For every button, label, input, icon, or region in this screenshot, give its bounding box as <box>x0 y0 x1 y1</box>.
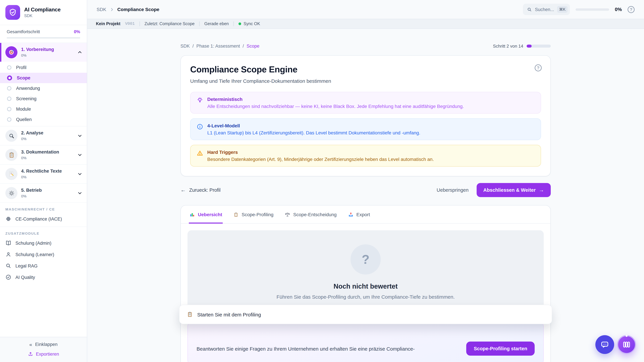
main-area: SDK Compliance Scope Suchen... ⌘K <box>87 0 644 362</box>
export-button[interactable]: Exportieren <box>28 351 59 357</box>
chevron-down-icon <box>78 133 82 138</box>
section-label: 5. Betrieb <box>21 188 42 193</box>
warning-icon <box>196 149 203 162</box>
collapse-icon: « <box>29 342 32 347</box>
radio-selected-icon <box>7 75 12 80</box>
sidebar-item-anwendung[interactable]: Anwendung <box>0 83 87 93</box>
search-icon <box>527 7 532 12</box>
section-label: 2. Analyse <box>21 131 44 136</box>
chevron-down-icon <box>78 191 82 195</box>
header-progress-value: 0% <box>615 7 622 12</box>
toast-text: Starten Sie mit dem Profiling <box>197 312 261 317</box>
chat-fab-button[interactable] <box>595 335 614 354</box>
sync-status: Sync OK <box>238 21 260 26</box>
sidebar-item-ai-quality[interactable]: AI Quality <box>0 272 87 283</box>
sidebar-item-scope[interactable]: Scope <box>0 73 87 83</box>
last-saved-label: Zuletzt: Compliance Scope <box>144 21 195 26</box>
status-bar: Kein Projekt V001 Zuletzt: Compliance Sc… <box>87 19 644 29</box>
complete-next-button[interactable]: Abschliessen & Weiter → <box>477 183 551 197</box>
arrow-right-icon: → <box>539 187 544 193</box>
profiling-toast[interactable]: Starten Sie mit dem Profiling <box>179 305 552 324</box>
radio-icon <box>7 65 12 70</box>
info-box-body: Besondere Datenkategorien (Art. 9), Mind… <box>207 157 434 162</box>
group-label-maschinenrecht: MASCHINENRECHT / CE <box>0 203 87 213</box>
crumb-sdk[interactable]: SDK <box>180 43 190 49</box>
bar-chart-icon <box>190 212 195 217</box>
scope-engine-card: Compliance Scope Engine ? Umfang und Tie… <box>180 55 551 176</box>
clipboard-icon <box>187 311 193 318</box>
sidebar-item-screening[interactable]: Screening <box>0 93 87 104</box>
section-label: 3. Dokumentation <box>21 150 59 155</box>
chat-bubble-icon <box>600 340 609 349</box>
sidebar-item-quellen[interactable]: Quellen <box>0 114 87 125</box>
step-progress: Schritt 2 von 14 <box>493 43 551 49</box>
sidebar-item-module[interactable]: Module <box>0 104 87 114</box>
info-box-title: Deterministisch <box>207 96 464 102</box>
section-label: 1. Vorbereitung <box>21 47 54 52</box>
empty-state-panel: ? Noch nicht bewertet Führen Sie das Sco… <box>188 230 544 315</box>
chevron-down-icon <box>78 172 82 176</box>
radio-icon <box>7 107 12 111</box>
breadcrumb-root[interactable]: SDK <box>96 7 106 12</box>
sidebar-section-rechtliche-texte[interactable]: 4. Rechtliche Texte 0% <box>0 165 87 184</box>
memo-icon <box>5 168 18 180</box>
tab-export[interactable]: Export <box>347 205 371 224</box>
app-title: AI Compliance <box>24 7 60 13</box>
page-breadcrumb: SDK / Phase 1: Assessment / Scope <box>180 43 260 49</box>
sidebar-item-legal-rag[interactable]: Legal RAG <box>0 260 87 272</box>
app-window: AI Compliance SDK Gesamtfortschritt 0% <box>0 0 644 362</box>
version-badge: V001 <box>125 21 135 26</box>
back-button[interactable]: ← Zurueck: Profil <box>180 187 220 193</box>
wizard-nav-row: ← Zurueck: Profil Ueberspringen Abschlie… <box>180 183 551 197</box>
crumb-phase[interactable]: Phase 1: Assessment <box>196 43 240 49</box>
notification-dot <box>626 335 628 337</box>
topbar: SDK Compliance Scope Suchen... ⌘K <box>87 0 644 19</box>
card-help-icon[interactable]: ? <box>535 64 542 71</box>
tab-scope-entscheidung[interactable]: Scope-Entscheidung <box>284 205 337 224</box>
sidebar-section-betrieb[interactable]: 5. Betrieb 0% <box>0 184 87 203</box>
sidebar-item-schulung-admin[interactable]: Schulung (Admin) <box>0 237 87 249</box>
floating-actions <box>595 335 636 354</box>
sidebar-item-profil[interactable]: Profil <box>0 62 87 73</box>
help-icon[interactable]: ? <box>628 6 634 13</box>
last-saved-time: Gerade eben <box>204 21 229 26</box>
chevron-up-icon <box>78 50 82 55</box>
section-label: 4. Rechtliche Texte <box>21 169 62 174</box>
tab-scope-profiling[interactable]: Scope-Profiling <box>233 205 274 224</box>
tab-bar: Uebersicht Scope-Profiling <box>181 205 550 224</box>
tab-uebersicht[interactable]: Uebersicht <box>189 205 223 224</box>
section-percent: 0% <box>21 156 59 160</box>
question-mark-icon: ? <box>350 244 381 275</box>
sync-ok-dot-icon <box>238 22 241 25</box>
section-percent: 0% <box>21 175 62 179</box>
search-input[interactable]: Suchen... ⌘K <box>523 4 570 15</box>
panel-columns-fab-button[interactable] <box>617 335 636 354</box>
chevron-right-icon <box>110 7 114 11</box>
sidebar-item-schulung-learner[interactable]: Schulung (Learner) <box>0 249 87 260</box>
group-label-zusatzmodule: ZUSATZMODULE <box>0 227 87 237</box>
info-box-body: Alle Entscheidungen sind nachvollziehbar… <box>207 104 464 109</box>
sidebar: AI Compliance SDK Gesamtfortschritt 0% <box>0 0 87 362</box>
info-box-4-level-modell: 4-Level-Modell L1 (Lean Startup) bis L4 … <box>190 118 541 140</box>
collapse-sidebar-button[interactable]: « Einklappen <box>29 342 58 347</box>
scope-tabs-card: Uebersicht Scope-Profiling <box>180 205 551 362</box>
breadcrumb: SDK Compliance Scope <box>96 7 159 12</box>
page-breadcrumb-row: SDK / Phase 1: Assessment / Scope Schrit… <box>180 43 551 49</box>
sidebar-section-dokumentation[interactable]: 3. Dokumentation 0% <box>0 145 87 165</box>
chevron-down-icon <box>78 152 82 157</box>
section-percent: 0% <box>21 194 42 198</box>
page-title: Compliance Scope Engine <box>190 64 541 75</box>
divider <box>234 21 234 26</box>
page-subtitle: Umfang und Tiefe Ihrer Compliance-Dokume… <box>190 78 541 84</box>
header-progress-track <box>576 8 609 10</box>
search-icon <box>5 263 12 269</box>
radio-icon <box>7 86 12 90</box>
app-subtitle: SDK <box>24 13 60 18</box>
sidebar-item-ce-compliance[interactable]: CE-Compliance (IACE) <box>0 213 87 225</box>
skip-button[interactable]: Ueberspringen <box>437 187 468 193</box>
sidebar-footer: « Einklappen Exportieren <box>0 337 87 362</box>
sidebar-section-analyse[interactable]: 2. Analyse 0% <box>0 126 87 145</box>
sidebar-section-vorbereitung[interactable]: 1. Vorbereitung 0% <box>0 43 87 62</box>
start-profiling-button[interactable]: Scope-Profiling starten <box>466 342 535 356</box>
gear-icon <box>5 187 18 199</box>
